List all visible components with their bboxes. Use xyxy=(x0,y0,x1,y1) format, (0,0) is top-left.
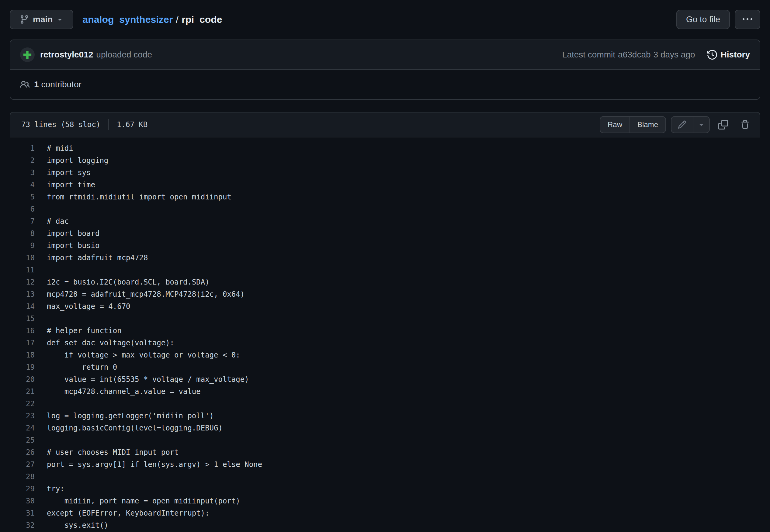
latest-commit-meta: Latest commit a63dcab 3 days ago xyxy=(562,50,695,60)
author-avatar[interactable] xyxy=(20,47,35,62)
code-line: 18 if voltage > max_voltage or voltage <… xyxy=(10,349,760,361)
line-number[interactable]: 4 xyxy=(10,179,41,191)
line-number[interactable]: 12 xyxy=(10,276,41,288)
line-number[interactable]: 23 xyxy=(10,410,41,422)
contributors-row: 1 contributor xyxy=(10,69,760,99)
line-content: except (EOFError, KeyboardInterrupt): xyxy=(41,507,760,519)
commit-message-link[interactable]: uploaded code xyxy=(96,50,152,60)
line-content: def set_dac_voltage(voltage): xyxy=(41,337,760,349)
repo-file-page: main analog_synthesizer / rpi_code Go to… xyxy=(0,0,770,532)
line-content: try: xyxy=(41,483,760,495)
contributors-label: contributor xyxy=(41,80,81,89)
line-number[interactable]: 22 xyxy=(10,398,41,410)
line-content: import sys xyxy=(41,167,760,179)
line-number[interactable]: 8 xyxy=(10,227,41,240)
line-number[interactable]: 17 xyxy=(10,337,41,349)
edit-file-button[interactable] xyxy=(671,116,693,133)
line-content xyxy=(41,203,760,215)
code-line: 5from rtmidi.midiutil import open_midiin… xyxy=(10,191,760,203)
code-line: 26# user chooses MIDI input port xyxy=(10,446,760,458)
line-number[interactable]: 13 xyxy=(10,288,41,300)
code-line: 24logging.basicConfig(level=logging.DEBU… xyxy=(10,422,760,434)
code-table: 1# midi2import logging3import sys4import… xyxy=(10,142,760,531)
history-clock-icon xyxy=(707,50,717,60)
contributors-count: 1 xyxy=(34,80,39,89)
line-number[interactable]: 24 xyxy=(10,422,41,434)
line-number[interactable]: 29 xyxy=(10,483,41,495)
line-number[interactable]: 9 xyxy=(10,240,41,252)
file-content-box: 73 lines (58 sloc) 1.67 KB Raw Blame xyxy=(10,112,760,532)
line-number[interactable]: 5 xyxy=(10,191,41,203)
line-content: midiin, port_name = open_midiinput(port) xyxy=(41,495,760,507)
line-content: import time xyxy=(41,179,760,191)
code-line: 14max_voltage = 4.670 xyxy=(10,300,760,313)
line-content: if voltage > max_voltage or voltage < 0: xyxy=(41,349,760,361)
breadcrumb: analog_synthesizer / rpi_code xyxy=(82,14,222,25)
line-number[interactable]: 11 xyxy=(10,264,41,276)
code-table-body: 1# midi2import logging3import sys4import… xyxy=(10,142,760,531)
raw-button[interactable]: Raw xyxy=(600,116,630,133)
branch-selector-button[interactable]: main xyxy=(10,10,73,29)
code-line: 27port = sys.argv[1] if len(sys.argv) > … xyxy=(10,458,760,471)
file-actions: Raw Blame xyxy=(600,116,754,133)
line-content: log = logging.getLogger('midiin_poll') xyxy=(41,410,760,422)
caret-down-icon xyxy=(56,16,64,23)
line-number[interactable]: 25 xyxy=(10,434,41,446)
line-number[interactable]: 32 xyxy=(10,519,41,531)
latest-commit-label: Latest commit xyxy=(562,50,615,60)
line-content xyxy=(41,264,760,276)
go-to-file-button[interactable]: Go to file xyxy=(676,10,730,29)
line-number[interactable]: 18 xyxy=(10,349,41,361)
line-number[interactable]: 14 xyxy=(10,300,41,313)
contributors-link[interactable]: 1 contributor xyxy=(34,80,81,89)
code-line: 13mcp4728 = adafruit_mcp4728.MCP4728(i2c… xyxy=(10,288,760,300)
line-number[interactable]: 6 xyxy=(10,203,41,215)
line-number[interactable]: 3 xyxy=(10,167,41,179)
commit-author-link[interactable]: retrostyle012 xyxy=(40,50,93,60)
code-line: 8import board xyxy=(10,227,760,240)
code-line: 2import logging xyxy=(10,154,760,167)
line-content: logging.basicConfig(level=logging.DEBUG) xyxy=(41,422,760,434)
line-number[interactable]: 2 xyxy=(10,154,41,167)
code-line: 6 xyxy=(10,203,760,215)
line-number[interactable]: 26 xyxy=(10,446,41,458)
line-number[interactable]: 10 xyxy=(10,252,41,264)
line-content: # helper function xyxy=(41,325,760,337)
people-icon xyxy=(20,80,30,89)
commit-summary-box: retrostyle012 uploaded code Latest commi… xyxy=(10,40,760,100)
copy-icon xyxy=(718,120,728,130)
line-content: i2c = busio.I2C(board.SCL, board.SDA) xyxy=(41,276,760,288)
line-number[interactable]: 7 xyxy=(10,215,41,227)
code-listing: 1# midi2import logging3import sys4import… xyxy=(10,137,760,532)
blame-button[interactable]: Blame xyxy=(630,116,666,133)
line-number[interactable]: 1 xyxy=(10,142,41,154)
edit-dropdown-button[interactable] xyxy=(693,116,710,133)
more-options-button[interactable] xyxy=(735,10,760,29)
line-number[interactable]: 16 xyxy=(10,325,41,337)
copy-file-button[interactable] xyxy=(715,116,732,133)
line-content: from rtmidi.midiutil import open_midiinp… xyxy=(41,191,760,203)
line-number[interactable]: 21 xyxy=(10,385,41,398)
code-line: 4import time xyxy=(10,179,760,191)
line-content xyxy=(41,471,760,483)
line-number[interactable]: 30 xyxy=(10,495,41,507)
git-branch-icon xyxy=(19,15,29,24)
trash-icon xyxy=(740,120,750,130)
commit-sha-link[interactable]: a63dcab xyxy=(618,50,651,60)
code-line: 32 sys.exit() xyxy=(10,519,760,531)
line-number[interactable]: 19 xyxy=(10,361,41,373)
code-line: 11 xyxy=(10,264,760,276)
delete-file-button[interactable] xyxy=(737,116,754,133)
line-number[interactable]: 28 xyxy=(10,471,41,483)
breadcrumb-repo-link[interactable]: analog_synthesizer xyxy=(82,14,173,25)
line-number[interactable]: 20 xyxy=(10,373,41,385)
caret-down-icon xyxy=(698,121,705,128)
line-number[interactable]: 31 xyxy=(10,507,41,519)
code-line: 17def set_dac_voltage(voltage): xyxy=(10,337,760,349)
breadcrumb-current-folder: rpi_code xyxy=(181,14,222,25)
line-number[interactable]: 15 xyxy=(10,313,41,325)
history-link[interactable]: History xyxy=(707,50,750,60)
commit-time: 3 days ago xyxy=(654,50,695,60)
line-number[interactable]: 27 xyxy=(10,458,41,471)
code-line: 1# midi xyxy=(10,142,760,154)
